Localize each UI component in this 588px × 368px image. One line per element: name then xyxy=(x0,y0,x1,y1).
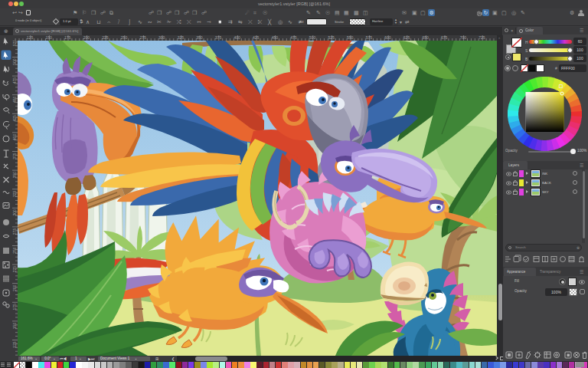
svg-text:550: 550 xyxy=(347,35,354,40)
svg-text:150: 150 xyxy=(12,323,17,330)
svg-text:125: 125 xyxy=(27,35,34,40)
svg-text:600: 600 xyxy=(384,35,391,40)
svg-text:425: 425 xyxy=(12,115,17,122)
svg-text:525: 525 xyxy=(328,35,335,40)
svg-text:450: 450 xyxy=(272,35,279,40)
svg-text:300: 300 xyxy=(12,209,17,216)
svg-text:250: 250 xyxy=(12,247,17,254)
svg-text:225: 225 xyxy=(12,266,17,273)
svg-text:625: 625 xyxy=(403,35,410,40)
svg-text:350: 350 xyxy=(12,172,17,179)
svg-text:400: 400 xyxy=(12,134,17,141)
svg-text:225: 225 xyxy=(102,35,109,40)
svg-text:125: 125 xyxy=(12,341,17,348)
svg-text:675: 675 xyxy=(441,35,448,40)
svg-text:700: 700 xyxy=(460,35,467,40)
svg-text:475: 475 xyxy=(290,35,297,40)
svg-text:175: 175 xyxy=(64,35,71,40)
svg-text:725: 725 xyxy=(479,35,485,40)
svg-text:525: 525 xyxy=(12,41,17,46)
svg-text:325: 325 xyxy=(178,35,185,40)
svg-text:200: 200 xyxy=(83,35,90,40)
svg-text:500: 500 xyxy=(12,58,17,65)
svg-text:150: 150 xyxy=(45,35,52,40)
svg-text:575: 575 xyxy=(366,35,373,40)
svg-text:375: 375 xyxy=(215,35,222,40)
svg-text:325: 325 xyxy=(12,190,17,197)
svg-text:475: 475 xyxy=(12,77,17,84)
svg-text:650: 650 xyxy=(422,35,429,40)
svg-text:175: 175 xyxy=(12,304,17,310)
svg-text:375: 375 xyxy=(12,153,17,159)
svg-text:500: 500 xyxy=(309,35,316,40)
svg-text:275: 275 xyxy=(139,35,146,40)
svg-text:250: 250 xyxy=(121,35,128,40)
svg-text:200: 200 xyxy=(12,284,17,291)
svg-text:400: 400 xyxy=(234,35,240,40)
svg-text:300: 300 xyxy=(158,35,165,40)
svg-text:350: 350 xyxy=(196,35,203,40)
svg-text:450: 450 xyxy=(12,96,17,103)
svg-text:275: 275 xyxy=(12,228,17,235)
svg-text:425: 425 xyxy=(253,35,260,40)
